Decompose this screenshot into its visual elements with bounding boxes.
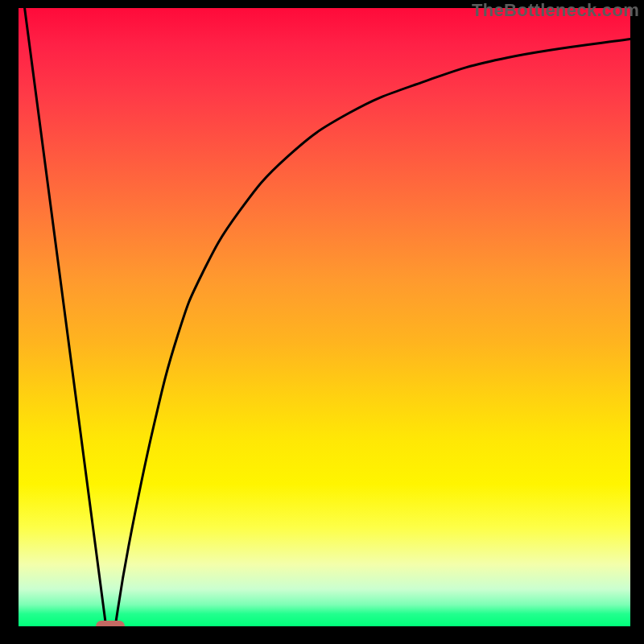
- curve-right-limb: [115, 39, 630, 626]
- plot-area: [19, 8, 630, 626]
- minimum-marker: [96, 621, 125, 626]
- curve-layer: [19, 8, 630, 626]
- chart-frame: TheBottleneck.com: [0, 0, 644, 644]
- watermark-text: TheBottleneck.com: [472, 0, 639, 21]
- curve-left-limb: [25, 8, 106, 626]
